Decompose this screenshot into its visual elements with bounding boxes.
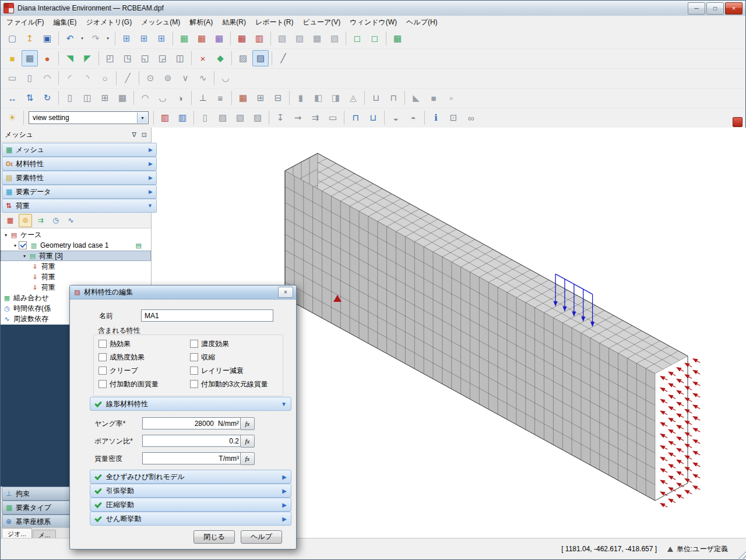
corner-arc-icon[interactable]: ◜	[62, 70, 78, 86]
combo-dropdown-icon[interactable]: ▼	[137, 112, 147, 123]
mass-density-input[interactable]: T/mm³	[142, 452, 242, 464]
filter-sliders-icon[interactable]: ▥	[157, 110, 173, 126]
normal-flip-icon[interactable]: ◥	[62, 50, 78, 66]
arc-center-icon[interactable]: ⊚	[160, 70, 176, 86]
select-polygon-icon[interactable]: ◻	[367, 30, 383, 47]
mirror-icon[interactable]: ◫	[79, 90, 96, 106]
sidebar-section-mesh[interactable]: ▦メッシュ▶	[2, 143, 157, 157]
checkbox-shrinkage[interactable]	[190, 353, 198, 361]
mesh-stack-icon[interactable]: ▦	[211, 30, 227, 47]
solid-shade-icon[interactable]: ▧	[274, 30, 290, 47]
poissons-ratio-fx-button[interactable]: fx	[240, 435, 255, 448]
section-plane3-icon[interactable]: ▨	[249, 110, 266, 126]
sidebar-section-material[interactable]: Oε材料特性▶	[2, 157, 157, 171]
poissons-ratio-input[interactable]: 0.2	[142, 435, 242, 447]
filter-sliders2-icon[interactable]: ▥	[174, 110, 191, 126]
tree-expander-icon[interactable]: ▾	[12, 243, 19, 248]
menu-item-9[interactable]: ウィンドウ(W)	[345, 16, 402, 29]
chevron-down-icon[interactable]: ▼	[147, 203, 153, 209]
reinforcement-grid-icon[interactable]: ▦	[234, 30, 250, 47]
sidebar-section-element-properties[interactable]: ▤要素特性▶	[2, 171, 157, 185]
section-plane-icon[interactable]: ▨	[214, 110, 231, 126]
filter-icon[interactable]: ∇	[132, 131, 136, 139]
probe-path-icon[interactable]: ⇝	[290, 110, 306, 126]
tree-row-load-1[interactable]: ⇓荷重	[1, 261, 151, 272]
section-shear-behavior[interactable]: せん断挙動▶	[90, 512, 291, 526]
tree-expander-icon[interactable]: ▾	[2, 233, 9, 238]
select-region-icon[interactable]: ◻	[349, 30, 365, 47]
probe-set-icon[interactable]: ⇉	[307, 110, 323, 126]
undo-icon[interactable]: ↶	[62, 30, 78, 47]
graph2-icon[interactable]: ⊔	[365, 110, 381, 126]
render-mode-icon[interactable]: ●	[39, 50, 55, 66]
maximize-button[interactable]: □	[706, 2, 724, 15]
checkbox-rayleigh-damping[interactable]	[190, 367, 198, 375]
clip-top-icon[interactable]: ◲	[154, 50, 171, 66]
iso-cube-icon[interactable]: ◆	[212, 50, 228, 66]
voxel-icon[interactable]: ▫	[443, 90, 459, 106]
chevron-right-icon[interactable]: ▶	[149, 147, 153, 153]
block-icon[interactable]: ■	[425, 90, 442, 106]
tree-row-cases[interactable]: ▾▤ケース	[1, 230, 151, 240]
wireframe-mode-icon[interactable]: ▦	[22, 50, 38, 66]
menu-item-7[interactable]: レポート(R)	[251, 16, 298, 29]
tree-row-load-group[interactable]: ▾▤荷重 [3]	[1, 251, 151, 261]
mesh-cube-icon[interactable]: ▦	[193, 30, 210, 47]
chevron-right-icon[interactable]: ▶	[282, 474, 287, 480]
chevron-down-icon[interactable]: ▼	[281, 401, 287, 407]
clip-middle-icon[interactable]: ◫	[172, 50, 188, 66]
section-compressive-behavior[interactable]: 圧縮挙動▶	[90, 498, 291, 512]
circle-center-icon[interactable]: ⊙	[142, 70, 159, 86]
result-cube2-icon[interactable]: ◓	[405, 110, 421, 126]
probe-box-icon[interactable]: ▭	[325, 110, 341, 126]
polyline-tool-icon[interactable]: ∨	[177, 70, 193, 86]
intersect-icon[interactable]: ⊓	[385, 90, 402, 106]
chevron-right-icon[interactable]: ▶	[149, 189, 153, 195]
export-case-icon[interactable]: ▤	[136, 242, 142, 249]
mesh-layered-icon[interactable]: ▦	[176, 30, 192, 47]
attach-icon[interactable]: ⊞	[252, 90, 269, 106]
measure-icon[interactable]: ╱	[275, 50, 291, 66]
sidebar-section-element-data[interactable]: ▦要素データ▶	[2, 185, 157, 199]
solid-shade4-icon[interactable]: ▧	[326, 30, 343, 47]
loft-icon[interactable]: ◬	[345, 90, 361, 106]
cylinder-primitive-icon[interactable]: ▯	[22, 70, 38, 86]
shaded-mode-icon[interactable]: ■	[4, 50, 20, 66]
show-loads-icon[interactable]: ⊚	[19, 214, 32, 227]
circle-tool-icon[interactable]: ○	[97, 70, 113, 86]
clip-cylinder-icon[interactable]: ▯	[197, 110, 213, 126]
redo-menu-icon[interactable]: ▾	[104, 30, 112, 47]
section-plane2-icon[interactable]: ▧	[232, 110, 248, 126]
probe-icon[interactable]: ↧	[272, 110, 288, 126]
result-cube-icon[interactable]: ◒	[388, 110, 404, 126]
section-tensile-behavior[interactable]: 引張挙動▶	[90, 484, 291, 498]
line-tool-icon[interactable]: ╱	[119, 70, 136, 86]
copy-icon[interactable]: ▯	[62, 90, 78, 106]
snapshot-icon[interactable]: ⊡	[445, 110, 462, 126]
dome-primitive-icon[interactable]: ◠	[39, 70, 55, 86]
fillet-icon[interactable]: ◠	[137, 90, 153, 106]
view-setting-combobox[interactable]: view setting▼	[29, 111, 149, 124]
mesh-display-icon[interactable]: ▦	[389, 30, 406, 47]
chamfer-icon[interactable]: ◡	[154, 90, 171, 106]
display-settings-icon[interactable]: ☀	[4, 110, 20, 126]
arc-tool-icon[interactable]: ◡	[217, 70, 234, 86]
union-icon[interactable]: ⊔	[368, 90, 384, 106]
axes-cross-icon[interactable]: ×	[195, 50, 211, 66]
checkbox-creep[interactable]	[98, 367, 107, 375]
section-linear-material[interactable]: 線形材料特性 ▼	[90, 397, 291, 411]
normal-flip2-icon[interactable]: ◤	[79, 50, 96, 66]
solid-shade2-icon[interactable]: ▨	[291, 30, 308, 47]
checkbox-thermal-effects[interactable]	[98, 340, 107, 348]
extrude-icon[interactable]: ▮	[293, 90, 309, 106]
youngs-modulus-input[interactable]: 28000N/mm²	[142, 417, 242, 429]
array-icon[interactable]: ⊞	[97, 90, 113, 106]
frequency-dependency-icon[interactable]: ∿	[64, 214, 78, 227]
new-model-icon[interactable]: ▢	[4, 30, 20, 47]
menu-item-2[interactable]: 編集(E)	[48, 16, 81, 29]
rotate-icon[interactable]: ↻	[39, 90, 55, 106]
clip-left-icon[interactable]: ◰	[102, 50, 118, 66]
dialog-close-button[interactable]: ×	[278, 287, 293, 298]
time-dependency-icon[interactable]: ◷	[49, 214, 62, 227]
section-total-strain-crack-model[interactable]: 全ひずみひび割れモデル▶	[90, 470, 291, 484]
